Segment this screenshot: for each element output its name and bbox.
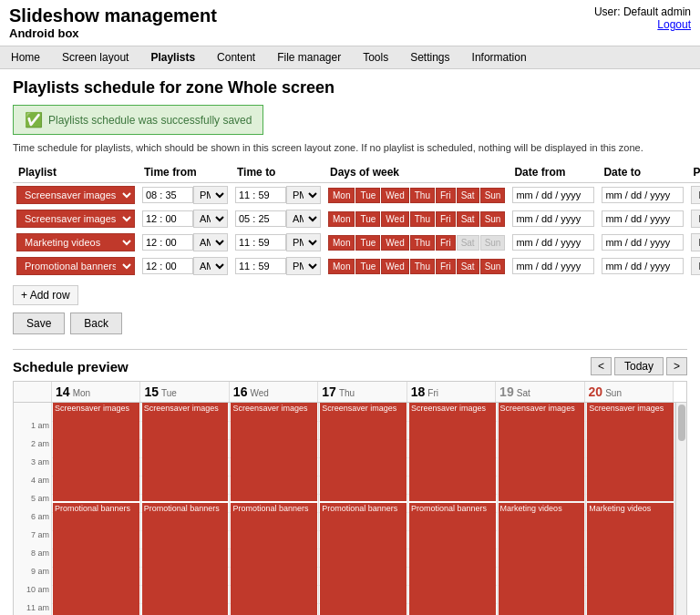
col-date-from: Date from [509, 162, 598, 183]
day-btn-wed-3[interactable]: Wed [381, 259, 408, 274]
date-to-input-1[interactable] [602, 210, 684, 227]
day-btn-tue-3[interactable]: Tue [355, 259, 380, 274]
nav-file-manager[interactable]: File manager [266, 46, 352, 68]
ampm-to-select-0[interactable]: AMPM [286, 186, 321, 204]
today-button[interactable]: Today [614, 357, 664, 375]
day-btn-tue-2[interactable]: Tue [355, 235, 380, 251]
date-to-input-2[interactable] [602, 234, 684, 251]
time-label: 3 am [31, 457, 49, 466]
day-btn-sun-0[interactable]: Sun [480, 188, 506, 203]
day-btn-fri-3[interactable]: Fri [436, 259, 456, 274]
day-btn-sun-1[interactable]: Sun [480, 211, 506, 227]
event-block: Screensaver images [142, 403, 229, 501]
time-to-input-2[interactable] [235, 234, 286, 251]
day-header-fri: 18 Fri [407, 382, 496, 402]
day-btn-sat-2[interactable]: Sat [457, 235, 479, 251]
time-from-input-3[interactable] [142, 258, 193, 274]
col-priority: Priority [687, 162, 700, 183]
app-title: Slideshow management [9, 5, 217, 26]
event-block: Promotional banners [320, 503, 407, 615]
date-to-input-0[interactable] [602, 187, 684, 203]
ampm-from-select-2[interactable]: AMPM [193, 233, 228, 251]
day-btn-mon-2[interactable]: Mon [328, 235, 355, 251]
priority-select-3[interactable]: HighLow [691, 257, 700, 275]
day-btn-tue-0[interactable]: Tue [355, 188, 380, 203]
day-col: Screensaver imagesScreensaver imagesMark… [586, 403, 675, 615]
day-btn-wed-2[interactable]: Wed [381, 235, 408, 251]
day-btn-tue-1[interactable]: Tue [355, 211, 380, 227]
day-btn-thu-1[interactable]: Thu [410, 211, 435, 227]
day-btn-sat-1[interactable]: Sat [457, 211, 479, 227]
scrollbar[interactable] [675, 403, 686, 615]
time-label: 10 am [26, 585, 49, 594]
day-btn-sun-3[interactable]: Sun [480, 259, 506, 274]
day-btn-sat-0[interactable]: Sat [457, 188, 479, 203]
add-row-button[interactable]: + Add row [13, 285, 78, 305]
time-to-input-3[interactable] [235, 258, 286, 274]
scrollbar-thumb[interactable] [678, 405, 685, 441]
day-btn-mon-0[interactable]: Mon [328, 188, 355, 203]
day-btn-mon-1[interactable]: Mon [328, 211, 355, 227]
time-from-input-2[interactable] [142, 234, 193, 251]
date-from-input-2[interactable] [512, 234, 594, 251]
event-block: Marketing videos [499, 503, 585, 615]
playlist-select-3[interactable]: Screensaver imagesMarketing videosPromot… [16, 257, 135, 275]
time-label: 7 am [31, 530, 49, 539]
playlist-select-0[interactable]: Screensaver imagesMarketing videosPromot… [16, 186, 135, 204]
time-label: 8 am [31, 548, 49, 558]
day-btn-sat-3[interactable]: Sat [457, 259, 479, 274]
logout-link[interactable]: Logout [657, 18, 691, 31]
time-from-input-0[interactable] [142, 187, 193, 203]
prev-button[interactable]: < [591, 357, 612, 375]
priority-select-2[interactable]: HighLow [691, 233, 700, 251]
next-button[interactable]: > [666, 357, 687, 375]
day-btn-wed-0[interactable]: Wed [381, 188, 408, 203]
date-to-input-3[interactable] [602, 258, 684, 274]
day-btn-fri-0[interactable]: Fri [436, 188, 456, 203]
ampm-from-select-0[interactable]: AMPM [193, 186, 228, 204]
day-header-mon: 14 Mon [52, 382, 140, 402]
day-btn-thu-2[interactable]: Thu [410, 235, 435, 251]
day-btn-wed-1[interactable]: Wed [381, 211, 408, 227]
back-button[interactable]: Back [70, 313, 122, 334]
playlist-select-2[interactable]: Screensaver imagesMarketing videosPromot… [16, 233, 135, 251]
playlist-select-1[interactable]: Screensaver imagesMarketing videosPromot… [16, 210, 135, 228]
day-btn-fri-2[interactable]: Fri [436, 235, 456, 251]
date-from-input-1[interactable] [512, 210, 594, 227]
nav-tools[interactable]: Tools [352, 46, 399, 68]
day-btn-fri-1[interactable]: Fri [436, 211, 456, 227]
event-block: Screensaver images [320, 403, 407, 501]
nav-content[interactable]: Content [206, 46, 266, 68]
date-from-input-3[interactable] [512, 258, 594, 274]
ampm-to-select-3[interactable]: AMPM [286, 257, 321, 275]
nav-screen-layout[interactable]: Screen layout [51, 46, 139, 68]
nav-settings[interactable]: Settings [399, 46, 460, 68]
time-column: 1 am2 am3 am4 am5 am6 am7 am8 am9 am10 a… [14, 403, 52, 615]
nav-home[interactable]: Home [0, 46, 51, 68]
nav-playlists[interactable]: Playlists [139, 46, 206, 68]
event-block: Promotional banners [409, 503, 496, 615]
time-from-input-1[interactable] [142, 210, 193, 227]
time-col-header [14, 382, 52, 402]
info-text: Time schedule for playlists, which shoul… [13, 142, 687, 153]
ampm-from-select-1[interactable]: AMPM [193, 210, 228, 228]
day-btn-sun-2[interactable]: Sun [480, 235, 506, 251]
day-col: Screensaver imagesScreensaver imagesProm… [230, 403, 319, 615]
user-label: User: Default admin [594, 5, 691, 18]
priority-select-1[interactable]: HighLow [691, 210, 700, 228]
day-btn-mon-3[interactable]: Mon [328, 259, 355, 274]
ampm-to-select-1[interactable]: AMPM [286, 210, 321, 228]
time-to-input-0[interactable] [235, 187, 286, 203]
ampm-to-select-2[interactable]: AMPM [286, 233, 321, 251]
priority-select-0[interactable]: HighLow [691, 186, 700, 204]
nav-information[interactable]: Information [461, 46, 538, 68]
day-btn-thu-3[interactable]: Thu [410, 259, 435, 274]
ampm-from-select-3[interactable]: AMPM [193, 257, 228, 275]
event-block: Screensaver images [53, 403, 139, 501]
col-date-to: Date to [598, 162, 687, 183]
save-button[interactable]: Save [13, 313, 65, 334]
time-to-input-1[interactable] [235, 210, 286, 227]
day-btn-thu-0[interactable]: Thu [410, 188, 435, 203]
day-header-tue: 15 Tue [140, 382, 229, 402]
date-from-input-0[interactable] [512, 187, 594, 203]
